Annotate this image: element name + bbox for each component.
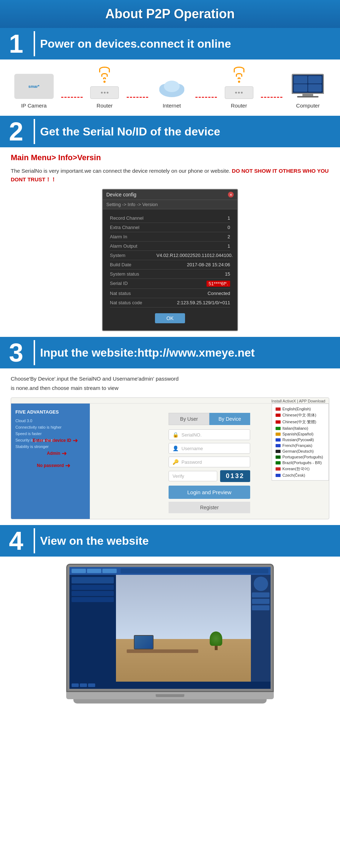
username-icon: 👤 xyxy=(173,445,179,451)
lang-english[interactable]: English(English) xyxy=(276,406,325,412)
adv-connectivity: Connectivity ratio is higher xyxy=(15,424,86,430)
lang-russian[interactable]: Russian(Русский) xyxy=(276,437,325,443)
serial-no-field[interactable]: 🔒 SerialNO. xyxy=(169,429,250,440)
flag-english xyxy=(276,407,281,411)
lang-french-text: French(Français) xyxy=(282,443,312,448)
tab-by-user[interactable]: By User xyxy=(169,413,209,425)
config-row-natcode: Nat status code 2:123.59.25.129/1/0/+011 xyxy=(110,298,230,307)
page-title: About P2P Operation xyxy=(4,6,336,22)
window-title-text: Device config xyxy=(106,192,136,197)
connector-2 xyxy=(126,97,149,98)
diagram-computer: Computer xyxy=(290,74,326,109)
wifi-arcs-1 xyxy=(99,67,110,83)
step4-number: 4 xyxy=(4,528,29,554)
verify-placeholder: Verify xyxy=(173,473,184,479)
page-header: About P2P Operation xyxy=(0,0,340,28)
step4-divider xyxy=(34,528,35,553)
step3-header: 3 Input the website:http://www.xmeye.net xyxy=(0,337,340,368)
config-val-4: V4.02.R12.00022520.11012.044100. xyxy=(156,253,233,258)
tab-by-device[interactable]: By Device xyxy=(209,413,250,425)
lang-italian[interactable]: Italian(Italiano) xyxy=(276,425,325,431)
config-row-1: Extra Channel 0 xyxy=(110,223,230,232)
flag-german xyxy=(276,450,281,453)
register-button[interactable]: Register xyxy=(169,502,250,513)
wifi-arcs-2 xyxy=(234,67,244,83)
label-router2: Router xyxy=(231,102,247,109)
lang-portuguese[interactable]: Portuguese(Português) xyxy=(276,454,325,460)
step1-number: 1 xyxy=(4,31,29,57)
login-preview-button[interactable]: Login and Preview xyxy=(169,486,250,499)
config-row-serial: Serial ID 51****6f*. xyxy=(110,279,230,289)
lang-brazil[interactable]: Brazil(Português - BR) xyxy=(276,460,325,466)
lang-chinese-simple[interactable]: Chinese(中文·简体) xyxy=(276,412,325,419)
plant-stem xyxy=(215,646,218,650)
lang-chinese-trad[interactable]: Chinese(中文·繁體) xyxy=(276,419,325,425)
topbar-btn-3 xyxy=(102,569,117,573)
laptop-screen xyxy=(69,567,271,689)
config-row-0: Record Channel 1 xyxy=(110,214,230,223)
lang-spanish-text: Spanish(Español) xyxy=(282,432,314,436)
cloud-svg xyxy=(156,77,188,99)
config-val-nat: Connected xyxy=(208,291,230,296)
xmeye-right-controls xyxy=(251,575,271,682)
lang-german[interactable]: German(Deutsch) xyxy=(276,448,325,454)
xmeye-body xyxy=(69,575,271,682)
step3-divider xyxy=(34,340,35,365)
lang-czech[interactable]: Czech(Česk) xyxy=(276,472,325,478)
config-row-4: System V4.02.R12.00022520.11012.044100. xyxy=(110,251,230,260)
step2-content: Main Menu> Info>Versin The SerialNo is v… xyxy=(0,147,340,337)
step2-description: The SerialNo is very important.we can co… xyxy=(11,167,329,184)
password-field[interactable]: 🔑 Password xyxy=(169,457,250,467)
lang-korean[interactable]: Korean(한국어) xyxy=(276,466,325,472)
xmeye-sidebar xyxy=(69,575,116,682)
username-field[interactable]: 👤 Username xyxy=(169,443,250,454)
login-btn-container: Login and Preview Register xyxy=(169,486,250,513)
diagram-ip-camera: smar* IP Camera xyxy=(14,74,54,109)
flag-chinese-trad xyxy=(276,420,281,424)
network-diagram: smar* IP Camera Router xyxy=(0,59,340,116)
lang-chinese-trad-text: Chinese(中文·繁體) xyxy=(282,419,316,425)
flag-czech xyxy=(276,474,281,477)
diagram-internet: Internet xyxy=(156,77,188,109)
topbar-btn-2 xyxy=(87,569,101,573)
flag-spanish xyxy=(276,433,281,436)
router-dot2 xyxy=(104,92,106,94)
flag-korean xyxy=(276,467,281,471)
lang-german-text: German(Deutsch) xyxy=(282,449,314,453)
screen-cell-2 xyxy=(308,76,322,84)
install-line: Install ActiveX | APP Download xyxy=(11,398,329,404)
flag-chinese-simple xyxy=(276,414,281,417)
step2-number: 2 xyxy=(4,119,29,144)
username-placeholder: Username xyxy=(181,446,203,451)
laptop-outer xyxy=(66,564,274,704)
step3-label: Input the website:http://www.xmeye.net xyxy=(40,346,255,359)
wifi-dot-2 xyxy=(238,81,240,83)
annotation-arrow-2: ➜ xyxy=(62,449,67,457)
router-dot5 xyxy=(238,92,240,94)
connector-4 xyxy=(260,97,283,98)
screen-cell-3 xyxy=(294,84,307,92)
adv-speed: Speed is faster xyxy=(15,430,86,437)
verify-input-field[interactable]: Verify xyxy=(169,471,217,481)
window-ok-button[interactable]: OK xyxy=(155,313,185,323)
step1-header: 1 Power on devices.connect it online xyxy=(0,28,340,59)
computer-base xyxy=(297,96,319,97)
menu-path: Main Menu> Info>Versin xyxy=(11,153,329,162)
screen-cell-1 xyxy=(294,76,307,84)
lang-chinese-simple-text: Chinese(中文·简体) xyxy=(282,412,316,418)
lang-french[interactable]: French(Français) xyxy=(276,443,325,448)
verify-code: 0132 xyxy=(220,470,250,482)
bottom-btn-2 xyxy=(80,683,87,687)
wifi-arc-inner xyxy=(103,77,106,79)
config-row-3: Alarm Output 1 xyxy=(110,242,230,251)
computer-visual xyxy=(290,74,326,99)
config-key-natcode: Nat status code xyxy=(110,300,156,305)
lang-spanish[interactable]: Spanish(Español) xyxy=(276,431,325,437)
config-val-2: 2 xyxy=(228,234,230,239)
lang-czech-text: Czech(Česk) xyxy=(282,473,305,477)
xmeye-ui xyxy=(69,567,271,689)
wifi-arc-inner-2 xyxy=(238,77,241,79)
room-desk xyxy=(127,649,198,653)
config-val-6: 15 xyxy=(225,271,230,277)
window-close-btn[interactable]: ✕ xyxy=(228,192,234,197)
